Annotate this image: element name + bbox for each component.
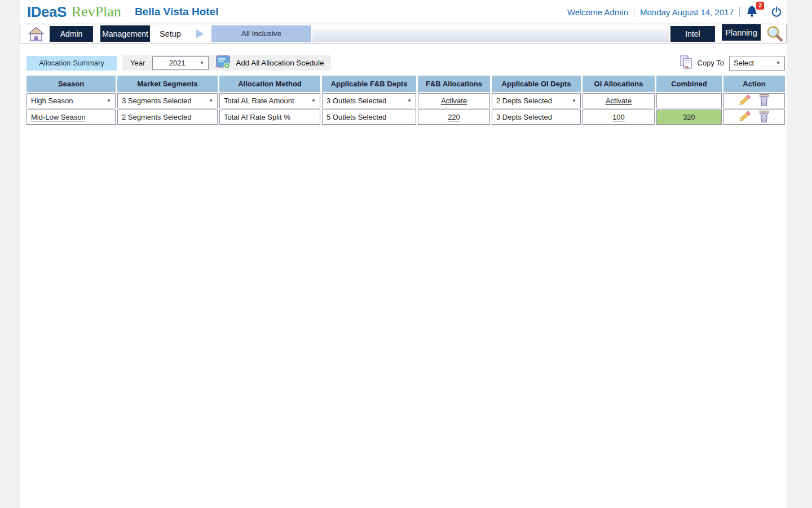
column-header-applicable-oi-depts: Applicable OI Depts xyxy=(492,76,581,92)
column-header-combined: Combined xyxy=(656,76,722,92)
allocation-toolbar: Allocation Summary Year 2021 ▼ Add All xyxy=(20,55,787,71)
fb-depts-select-value: 3 Outlets Selected xyxy=(326,97,386,105)
search-button[interactable] xyxy=(766,25,783,42)
chevron-down-icon: ▼ xyxy=(209,98,213,103)
nav-management-button[interactable]: Management xyxy=(100,25,150,42)
current-date: Monday August 14, 2017 xyxy=(640,7,734,17)
add-allocation-schedule-button[interactable]: Add All Allocation Scedule xyxy=(216,55,324,71)
copy-to-select-value: Select xyxy=(734,59,774,67)
chevron-down-icon: ▼ xyxy=(776,60,780,65)
app-panel: IDeaS RevPlan Bella Vista Hotel Welcome … xyxy=(20,0,787,508)
oi-allocations-cell: Activate xyxy=(582,93,655,108)
nav-module-all-inclusive[interactable]: All Inclusive xyxy=(211,25,311,42)
fb-depts-value: 5 Outlets Selected xyxy=(326,113,386,121)
oi-allocations-cell: 100 xyxy=(582,110,655,125)
action-cell xyxy=(723,93,785,108)
column-header-season: Season xyxy=(27,76,116,92)
market-segments-select[interactable]: 3 Segments Selected ▼ xyxy=(117,93,218,108)
breadcrumb-strip xyxy=(312,25,669,42)
chevron-down-icon: ▼ xyxy=(572,98,576,103)
combined-value: 320 xyxy=(683,113,695,121)
column-header-allocation-method: Allocation Method xyxy=(219,76,320,92)
column-header-fb-allocations: F&B Allocations xyxy=(418,76,490,92)
column-header-applicable-fb-depts: Applicable F&B Depts xyxy=(322,76,416,92)
year-select-value: 2021 xyxy=(157,59,197,67)
trash-icon xyxy=(758,110,770,125)
fb-allocations-cell: 220 xyxy=(418,110,490,125)
chevron-down-icon: ▼ xyxy=(407,98,412,103)
bell-icon xyxy=(745,10,758,20)
add-schedule-icon xyxy=(216,55,231,71)
main-navigation: Admin Management Setup All Inclusive Int… xyxy=(20,24,787,43)
fb-depts-cell: 5 Outlets Selected xyxy=(322,110,416,125)
oi-allocations-link[interactable]: 100 xyxy=(612,113,625,121)
chevron-down-icon: ▼ xyxy=(200,60,204,65)
header-right-cluster: Welcome Admin Monday August 14, 2017 2 xyxy=(567,5,783,19)
fb-allocations-link[interactable]: 220 xyxy=(448,113,460,121)
brand-logo-revplan: RevPlan xyxy=(72,3,121,20)
divider xyxy=(765,7,765,17)
allocation-method-select[interactable]: Total AL Rate Amount ▼ xyxy=(219,93,320,108)
nav-planning-button[interactable]: Planning xyxy=(722,24,761,41)
home-icon xyxy=(27,34,45,44)
home-button[interactable] xyxy=(27,25,45,42)
column-header-oi-allocations: OI Allocations xyxy=(582,76,655,92)
combined-cell xyxy=(656,93,722,108)
chevron-right-icon xyxy=(196,29,204,38)
column-header-market-segments: Market Segments xyxy=(117,76,218,92)
trash-icon xyxy=(758,94,770,108)
copy-icon xyxy=(679,55,693,71)
season-link[interactable]: Mid-Low Season xyxy=(31,113,86,121)
copy-to-select[interactable]: Select ▼ xyxy=(729,56,785,71)
brand-logo-ideas: IDeaS xyxy=(27,3,67,21)
delete-row-button[interactable] xyxy=(757,111,771,124)
year-label: Year xyxy=(130,59,145,67)
year-select[interactable]: 2021 ▼ xyxy=(152,56,209,70)
market-segments-cell: 2 Segments Selected xyxy=(117,110,218,125)
logout-button[interactable] xyxy=(771,6,782,17)
season-cell: Mid-Low Season xyxy=(27,110,116,125)
edit-row-button[interactable] xyxy=(738,94,751,108)
nav-setup-item[interactable]: Setup xyxy=(160,29,181,38)
fb-depts-select[interactable]: 3 Outlets Selected ▼ xyxy=(322,93,416,108)
page-title: Allocation Summary xyxy=(27,56,117,71)
oi-depts-select[interactable]: 2 Depts Selected ▼ xyxy=(492,93,581,108)
top-header: IDeaS RevPlan Bella Vista Hotel Welcome … xyxy=(20,0,787,24)
oi-depts-select-value: 2 Depts Selected xyxy=(496,97,552,105)
pencil-icon xyxy=(738,94,752,108)
fb-allocations-cell: Activate xyxy=(418,93,490,108)
chevron-down-icon: ▼ xyxy=(107,98,111,103)
pencil-icon xyxy=(738,110,752,125)
allocation-method-select-value: Total AL Rate Amount xyxy=(224,97,294,105)
market-segments-select-value: 3 Segments Selected xyxy=(122,97,192,105)
divider xyxy=(739,7,740,17)
oi-depts-value: 3 Depts Selected xyxy=(496,113,552,121)
allocation-summary-table: Season Market Segments Allocation Method… xyxy=(27,76,785,125)
oi-depts-cell: 3 Depts Selected xyxy=(492,110,581,125)
action-cell xyxy=(723,110,785,125)
copy-to-label: Copy To xyxy=(698,59,724,67)
year-filter-strip: Year 2021 ▼ Add All Allocation Scedule xyxy=(122,55,331,71)
delete-row-button[interactable] xyxy=(757,94,771,108)
season-select[interactable]: High Season ▼ xyxy=(27,93,116,108)
nav-admin-button[interactable]: Admin xyxy=(50,26,93,42)
power-icon xyxy=(771,10,782,19)
season-select-value: High Season xyxy=(31,97,73,105)
welcome-user-link[interactable]: Welcome Admin xyxy=(567,7,628,17)
notification-badge: 2 xyxy=(756,2,764,10)
search-icon xyxy=(766,34,783,44)
edit-row-button[interactable] xyxy=(738,111,751,124)
divider xyxy=(634,7,634,17)
copy-to-button[interactable]: Copy To xyxy=(679,55,724,71)
market-segments-value: 2 Segments Selected xyxy=(122,113,192,121)
notifications-button[interactable]: 2 xyxy=(745,5,759,19)
fb-activate-link[interactable]: Activate xyxy=(441,97,467,105)
chevron-down-icon: ▼ xyxy=(311,98,316,103)
combined-cell: 320 xyxy=(656,110,722,125)
hotel-name: Bella Vista Hotel xyxy=(135,6,219,18)
nav-intel-button[interactable]: Intel xyxy=(670,26,715,42)
allocation-method-value: Total AI Rate Split % xyxy=(224,113,290,121)
allocation-method-cell: Total AI Rate Split % xyxy=(219,110,320,125)
column-header-action: Action xyxy=(723,76,785,92)
oi-activate-link[interactable]: Activate xyxy=(606,97,632,105)
